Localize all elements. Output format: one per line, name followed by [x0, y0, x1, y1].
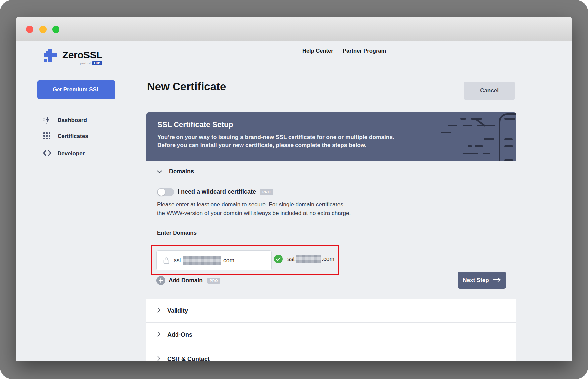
browser-window: ZeroSSL part of HID Help Center Partner … [16, 17, 572, 361]
verified-domain: ssl..com [274, 255, 334, 263]
domain-input-value: ssl..com [174, 256, 234, 265]
zerossl-logo-icon [43, 48, 58, 64]
dashboard-bolt-icon [43, 116, 52, 125]
add-domain-button[interactable]: Add Domain PRO [156, 276, 220, 285]
minimize-window-button[interactable] [39, 26, 47, 33]
wildcard-toggle[interactable] [157, 188, 174, 196]
sidebar-item-dashboard[interactable]: Dashboard [43, 116, 87, 125]
developer-code-icon [43, 149, 52, 158]
plus-icon [156, 276, 165, 285]
setup-card-header: SSL Certificate Setup You’re on your way… [146, 112, 516, 161]
zoom-window-button[interactable] [52, 26, 59, 33]
domains-section-header[interactable]: Domains [157, 168, 194, 175]
chevron-right-icon [157, 332, 160, 338]
hid-logo-badge: HID [92, 61, 102, 65]
brand-tagline: part of HID [62, 61, 102, 65]
sidebar-item-label: Developer [58, 150, 85, 157]
domains-instructions: Please enter at least one domain to secu… [157, 200, 351, 217]
setup-card-title: SSL Certificate Setup [157, 120, 233, 129]
verified-domain-value: ssl..com [287, 255, 334, 263]
zerossl-logo: ZeroSSL part of HID [62, 49, 102, 65]
enter-domains-label: Enter Domains [157, 230, 197, 236]
screenshot-background: ZeroSSL part of HID Help Center Partner … [0, 0, 588, 379]
sidebar-item-certificates[interactable]: Certificates [43, 132, 88, 141]
cancel-button[interactable]: Cancel [464, 82, 515, 100]
section-row-csr-contact[interactable]: CSR & Contact [146, 347, 516, 361]
pro-badge: PRO [207, 278, 220, 284]
toggle-knob [158, 189, 165, 196]
page-title: New Certificate [147, 80, 226, 93]
arrow-right-icon [493, 277, 501, 284]
window-titlebar [16, 17, 572, 41]
redacted-domain-segment [183, 256, 221, 265]
section-row-validity[interactable]: Validity [146, 299, 516, 322]
add-domain-label: Add Domain [169, 277, 203, 284]
redacted-domain-segment [296, 255, 321, 263]
domains-section-title: Domains [169, 168, 194, 175]
brand-name: ZeroSSL [62, 49, 102, 61]
section-row-label: CSR & Contact [167, 356, 210, 362]
wildcard-toggle-label: I need a wildcard certificate [178, 189, 256, 195]
certificate-setup-card: SSL Certificate Setup You’re on your way… [146, 112, 516, 361]
sidebar-item-label: Certificates [58, 133, 88, 140]
divider [157, 242, 506, 242]
sidebar-item-developer[interactable]: Developer [43, 149, 85, 158]
get-premium-ssl-button[interactable]: Get Premium SSL [37, 80, 115, 99]
next-step-button[interactable]: Next Step [458, 272, 506, 289]
setup-card-description: You’re on your way to issuing a brand-ne… [157, 133, 394, 149]
sidebar-item-label: Dashboard [58, 117, 87, 124]
nav-help-center[interactable]: Help Center [302, 48, 333, 54]
check-circle-icon [274, 255, 283, 263]
domains-section: Domains I need a wildcard certificate PR… [146, 161, 516, 299]
nav-partner-program[interactable]: Partner Program [343, 48, 386, 54]
section-row-label: Validity [167, 307, 188, 314]
section-row-label: Add-Ons [167, 331, 192, 338]
section-row-add-ons[interactable]: Add-Ons [146, 322, 516, 347]
chevron-right-icon [157, 356, 160, 362]
certificates-grid-icon [43, 132, 52, 141]
tagline-prefix: part of [80, 61, 91, 65]
chevron-down-icon [157, 169, 162, 175]
lock-icon [163, 257, 169, 264]
next-step-label: Next Step [463, 277, 489, 284]
pro-badge: PRO [260, 189, 273, 195]
domain-input[interactable]: ssl..com [156, 250, 272, 270]
close-window-button[interactable] [26, 26, 33, 33]
chevron-right-icon [157, 308, 160, 314]
